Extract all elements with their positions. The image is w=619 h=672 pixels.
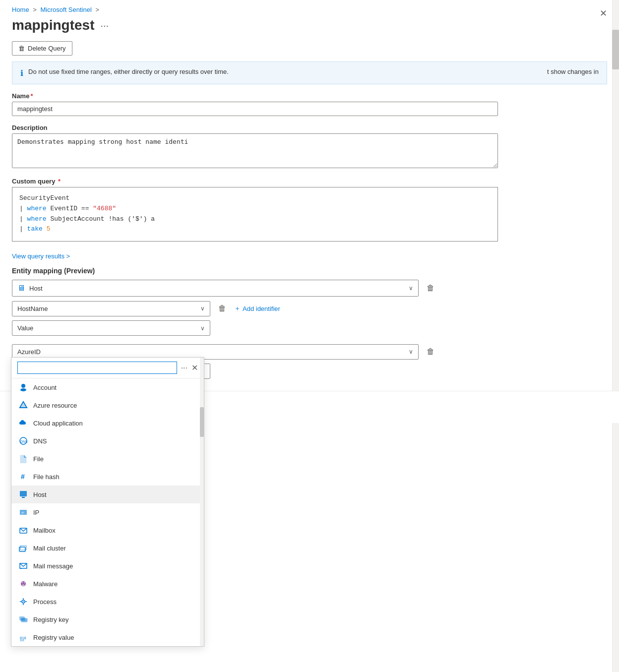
- page-header: mappingtest ···: [0, 13, 619, 39]
- breadcrumb-home[interactable]: Home: [12, 6, 29, 13]
- name-label: Name*: [12, 92, 607, 100]
- dropdown-item-account[interactable]: Account: [11, 378, 204, 396]
- query-line-2: | where EventID == "4688": [19, 204, 491, 214]
- regkey-icon: [18, 614, 28, 624]
- registry-value-label: Registry value: [33, 634, 74, 641]
- delete-query-label: Delete Query: [28, 45, 66, 52]
- ip-label: IP: [33, 509, 39, 516]
- dropdown-item-malware[interactable]: Malware: [11, 575, 204, 593]
- name-field-row: Name*: [12, 92, 607, 116]
- process-label: Process: [33, 598, 57, 606]
- hostname-chevron-icon: ∨: [200, 305, 205, 312]
- query-line-1: SecurityEvent: [19, 193, 491, 204]
- hostname-value-dropdown[interactable]: Value ∨: [12, 320, 210, 336]
- dropdown-item-file-hash[interactable]: # File hash: [11, 468, 204, 486]
- entity-mapping-label: Entity mapping (Preview): [12, 267, 607, 275]
- host-entity-row: 🖥 Host ∨ 🗑: [12, 280, 438, 297]
- panel-close-button[interactable]: ✕: [600, 8, 607, 19]
- hostname-identifier-dropdown[interactable]: HostName ∨: [12, 301, 210, 316]
- breadcrumb: Home > Microsoft Sentinel >: [0, 0, 619, 13]
- regvalue-icon: 010101: [18, 632, 28, 642]
- dropdown-header: ··· ✕: [11, 358, 204, 378]
- filehash-icon: #: [18, 472, 28, 482]
- cloud-application-label: Cloud application: [33, 420, 83, 427]
- dropdown-search-input[interactable]: [17, 362, 177, 374]
- registry-key-label: Registry key: [33, 616, 69, 623]
- svg-point-16: [22, 582, 23, 583]
- process-icon: [18, 597, 28, 607]
- azure-icon: [18, 400, 28, 410]
- dropdown-scrollbar-thumb: [200, 407, 204, 437]
- svg-point-1: [20, 388, 26, 391]
- query-line-4: | take 5: [19, 224, 491, 235]
- name-input[interactable]: [12, 102, 498, 116]
- host-dropdown-label-item: Host: [33, 491, 47, 498]
- hostname-value-chevron-icon: ∨: [200, 325, 205, 332]
- query-field-row: Custom query * SecurityEvent | where Eve…: [12, 178, 607, 242]
- svg-rect-7: [20, 491, 27, 496]
- account-label: Account: [33, 384, 57, 391]
- dropdown-item-ip[interactable]: IP IP: [11, 503, 204, 521]
- entity-type-dropdown: ··· ✕ Account Azure resource C: [11, 357, 204, 647]
- query-label: Custom query *: [12, 178, 607, 185]
- mail-cluster-label: Mail cluster: [33, 545, 66, 552]
- file-icon: [18, 454, 28, 464]
- dns-icon: DNS: [18, 436, 28, 446]
- dropdown-item-file[interactable]: File: [11, 450, 204, 468]
- dropdown-more-button[interactable]: ···: [181, 364, 187, 372]
- dropdown-item-host[interactable]: Host: [11, 486, 204, 503]
- dropdown-item-registry-value[interactable]: 010101 Registry value: [11, 628, 204, 646]
- hostname-delete-button[interactable]: 🗑: [214, 301, 230, 316]
- hostname-value-label: Value: [17, 324, 33, 332]
- host-icon: 🖥: [17, 284, 25, 293]
- host-delete-button[interactable]: 🗑: [423, 280, 438, 296]
- dropdown-close-button[interactable]: ✕: [191, 363, 198, 372]
- file-hash-label: File hash: [33, 473, 60, 481]
- dropdown-item-mail-cluster[interactable]: Mail cluster: [11, 539, 204, 557]
- dropdown-item-dns[interactable]: DNS DNS: [11, 432, 204, 450]
- svg-text:101: 101: [20, 639, 24, 642]
- description-label: Description: [12, 124, 607, 131]
- query-editor[interactable]: SecurityEvent | where EventID == "4688" …: [12, 187, 498, 242]
- info-banner-right: t show changes in: [547, 68, 599, 75]
- page-more-button[interactable]: ···: [100, 20, 109, 31]
- svg-rect-8: [22, 497, 25, 498]
- svg-rect-26: [21, 618, 27, 622]
- dropdown-item-mailbox[interactable]: Mailbox: [11, 521, 204, 539]
- svg-text:DNS: DNS: [20, 440, 28, 443]
- breadcrumb-sentinel[interactable]: Microsoft Sentinel: [41, 6, 92, 13]
- malware-label: Malware: [33, 580, 58, 588]
- dropdown-list: Account Azure resource Cloud application…: [11, 378, 204, 646]
- mailbox-label: Mailbox: [33, 527, 56, 534]
- page-scrollbar[interactable]: [612, 0, 619, 672]
- svg-point-0: [21, 384, 25, 388]
- description-textarea[interactable]: Demonstrates mapping strong host name id…: [12, 133, 498, 168]
- ip-icon: IP: [18, 507, 28, 517]
- dropdown-item-mail-message[interactable]: Mail message: [11, 557, 204, 575]
- host-entity-dropdown[interactable]: 🖥 Host ∨: [12, 280, 419, 297]
- delete-query-button[interactable]: 🗑 Delete Query: [12, 41, 72, 56]
- hostname-label: HostName: [17, 305, 48, 312]
- cloud-icon: [18, 418, 28, 428]
- form-area: Name* Description Demonstrates mapping s…: [0, 92, 619, 379]
- host-dropdown-icon: [18, 489, 28, 499]
- svg-point-19: [23, 601, 24, 602]
- mailbox-icon: [18, 525, 28, 535]
- info-text: Do not use fixed time ranges, either dir…: [28, 68, 599, 75]
- dropdown-item-registry-key[interactable]: Registry key: [11, 611, 204, 628]
- add-identifier-button[interactable]: ＋ Add identifier: [234, 304, 280, 313]
- dropdown-item-cloud-application[interactable]: Cloud application: [11, 414, 204, 432]
- account-icon: [18, 382, 28, 392]
- dropdown-item-process[interactable]: Process: [11, 593, 204, 611]
- dropdown-scrollbar[interactable]: [200, 358, 204, 646]
- page-title: mappingtest: [12, 17, 94, 33]
- svg-text:IP: IP: [21, 511, 24, 514]
- mailmessage-icon: [18, 561, 28, 571]
- dropdown-item-azure-resource[interactable]: Azure resource: [11, 396, 204, 414]
- view-query-results-link[interactable]: View query results >: [12, 252, 70, 260]
- host-chevron-icon: ∨: [409, 285, 413, 292]
- azureid-delete-button[interactable]: 🗑: [423, 344, 438, 360]
- azureid-dropdown-label: AzureID: [17, 348, 409, 356]
- svg-point-17: [24, 582, 25, 583]
- malware-icon: [18, 579, 28, 589]
